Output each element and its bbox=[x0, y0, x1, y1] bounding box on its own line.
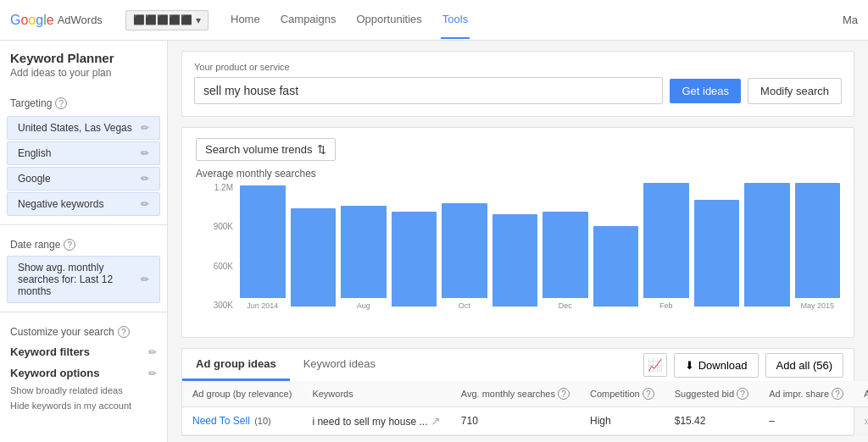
download-icon: ⬇ bbox=[685, 359, 694, 372]
bar-5 bbox=[492, 214, 538, 307]
y-label-2: 900K bbox=[214, 222, 233, 231]
keyword-options-detail1: Show broadly related ideas bbox=[0, 384, 167, 399]
sidebar-item-negative-keywords[interactable]: Negative keywords ✏ bbox=[7, 192, 160, 216]
bar-col-1 bbox=[291, 183, 337, 310]
bar-label-0: Jun 2014 bbox=[247, 301, 278, 310]
competition-help-icon[interactable]: ? bbox=[643, 388, 654, 400]
sidebar: Keyword Planner Add ideas to your plan T… bbox=[0, 41, 168, 442]
negative-keywords-text: Negative keywords bbox=[18, 198, 103, 210]
network-edit-icon: ✏ bbox=[141, 173, 149, 185]
search-input[interactable] bbox=[194, 77, 663, 104]
adwords-logo-text: AdWords bbox=[58, 14, 103, 26]
account-text: ⬛⬛⬛⬛⬛ bbox=[133, 14, 192, 25]
logo: Google AdWords bbox=[10, 13, 112, 28]
tabs-right-actions: 📈 ⬇ Download Add all (56) bbox=[643, 353, 854, 378]
date-range-text: Show avg. monthly searches for: Last 12 … bbox=[18, 262, 141, 297]
chart-area: Search volume trends ⇅ Average monthly s… bbox=[181, 127, 854, 338]
bar-1 bbox=[291, 208, 337, 307]
sidebar-item-date-range[interactable]: Show avg. monthly searches for: Last 12 … bbox=[7, 256, 160, 303]
date-range-header: Date range ? bbox=[0, 234, 167, 254]
bar-6 bbox=[542, 212, 588, 298]
customize-header: Customize your search ? bbox=[0, 321, 167, 341]
main-navigation: Home Campaigns Opportunities Tools bbox=[229, 1, 470, 39]
cell-keywords: i need to sell my house ... ↗ bbox=[302, 407, 450, 435]
col-ad-impr-share: Ad impr. share ? bbox=[759, 381, 854, 407]
bar-0 bbox=[240, 185, 286, 298]
bar-label-2: Aug bbox=[357, 301, 370, 310]
nav-campaigns[interactable]: Campaigns bbox=[279, 1, 338, 39]
date-range-edit-icon: ✏ bbox=[141, 273, 149, 285]
bar-3 bbox=[392, 212, 437, 307]
table-header-row: Ad group (by relevance) Keywords Avg. mo… bbox=[182, 381, 868, 407]
bar-col-2: Aug bbox=[341, 183, 387, 310]
chart-dropdown[interactable]: Search volume trends ⇅ bbox=[196, 138, 336, 161]
search-label: Your product or service bbox=[194, 62, 842, 72]
main-panel: Your product or service Get ideas Modify… bbox=[168, 41, 868, 442]
add-all-button[interactable]: Add all (56) bbox=[765, 353, 843, 378]
bar-col-0: Jun 2014 bbox=[240, 183, 286, 310]
bar-2 bbox=[341, 206, 387, 298]
suggested-bid-help-icon[interactable]: ? bbox=[737, 388, 748, 400]
table-wrap: Ad group (by relevance) Keywords Avg. mo… bbox=[181, 381, 854, 436]
keyword-options-expand[interactable]: Keyword options ✏ bbox=[0, 362, 167, 384]
bar-label-4: Oct bbox=[459, 301, 470, 310]
cell-ad-group: Need To Sell (10) bbox=[182, 407, 302, 435]
bar-col-11: May 2015 bbox=[795, 183, 841, 310]
nav-opportunities[interactable]: Opportunities bbox=[354, 1, 423, 39]
network-text: Google bbox=[18, 173, 51, 185]
bar-label-8: Feb bbox=[659, 301, 673, 310]
col-avg-monthly: Avg. monthly searches ? bbox=[451, 381, 580, 407]
chart-header: Search volume trends ⇅ bbox=[196, 138, 840, 161]
y-label-1: 1.2M bbox=[214, 183, 233, 192]
targeting-label: Targeting ? bbox=[0, 91, 167, 114]
download-button[interactable]: ⬇ Download bbox=[674, 353, 759, 378]
ad-group-link[interactable]: Need To Sell bbox=[192, 415, 250, 427]
sidebar-item-location[interactable]: United States, Las Vegas ✏ bbox=[7, 116, 160, 140]
sidebar-divider-1 bbox=[0, 224, 167, 225]
nav-tools[interactable]: Tools bbox=[441, 1, 470, 39]
sidebar-subtitle: Add ideas to your plan bbox=[0, 67, 167, 91]
keyword-options-edit-icon: ✏ bbox=[148, 367, 157, 379]
cell-suggested-bid: $15.42 bbox=[665, 407, 759, 435]
keyword-options-label: Keyword options bbox=[10, 367, 99, 379]
y-axis: 1.2M 900K 600K 300K bbox=[196, 183, 236, 310]
location-edit-icon: ✏ bbox=[141, 122, 149, 134]
cell-competition: High bbox=[580, 407, 665, 435]
targeting-help-icon[interactable]: ? bbox=[55, 97, 67, 109]
bar-col-5 bbox=[492, 183, 538, 310]
col-suggested-bid: Suggested bid ? bbox=[665, 381, 759, 407]
cell-avg-monthly: 710 bbox=[451, 407, 580, 435]
nav-home[interactable]: Home bbox=[229, 1, 262, 39]
y-label-4: 300K bbox=[214, 301, 233, 310]
tab-keyword-ideas[interactable]: Keyword ideas bbox=[290, 349, 389, 381]
sidebar-item-network[interactable]: Google ✏ bbox=[7, 167, 160, 191]
keyword-filters-expand[interactable]: Keyword filters ✏ bbox=[0, 341, 167, 362]
bar-label-6: Dec bbox=[559, 301, 572, 310]
y-label-3: 600K bbox=[214, 262, 233, 271]
sidebar-item-language[interactable]: English ✏ bbox=[7, 141, 160, 165]
bar-label-11: May 2015 bbox=[800, 301, 834, 310]
chart-dropdown-label: Search volume trends bbox=[205, 143, 312, 156]
bar-col-6: Dec bbox=[542, 183, 588, 310]
keyword-options-detail2: Hide keywords in my account bbox=[0, 399, 167, 414]
add-to-plan-icon[interactable]: » bbox=[864, 414, 868, 428]
col-competition: Competition ? bbox=[580, 381, 665, 407]
account-selector[interactable]: ⬛⬛⬛⬛⬛ ▾ bbox=[125, 10, 209, 30]
expand-icon[interactable]: ↗ bbox=[431, 414, 441, 428]
bar-col-3 bbox=[392, 183, 437, 310]
date-range-help-icon[interactable]: ? bbox=[64, 239, 75, 251]
chart-subtitle: Average monthly searches bbox=[196, 168, 840, 180]
bar-11 bbox=[795, 183, 841, 298]
user-initial[interactable]: Ma bbox=[843, 14, 858, 26]
col-keywords: Keywords bbox=[302, 381, 450, 407]
bars-area: Jun 2014AugOctDecFebMay 2015 bbox=[240, 183, 840, 310]
tab-ad-group-ideas[interactable]: Ad group ideas bbox=[182, 349, 290, 381]
trend-chart-icon[interactable]: 📈 bbox=[643, 353, 667, 377]
main-layout: Keyword Planner Add ideas to your plan T… bbox=[0, 41, 868, 442]
ad-impr-help-icon[interactable]: ? bbox=[832, 388, 843, 400]
col-ad-group: Ad group (by relevance) bbox=[182, 381, 302, 407]
customize-help-icon[interactable]: ? bbox=[118, 326, 130, 338]
get-ideas-button[interactable]: Get ideas bbox=[670, 79, 741, 103]
avg-monthly-help-icon[interactable]: ? bbox=[558, 388, 570, 400]
modify-search-button[interactable]: Modify search bbox=[748, 78, 842, 104]
